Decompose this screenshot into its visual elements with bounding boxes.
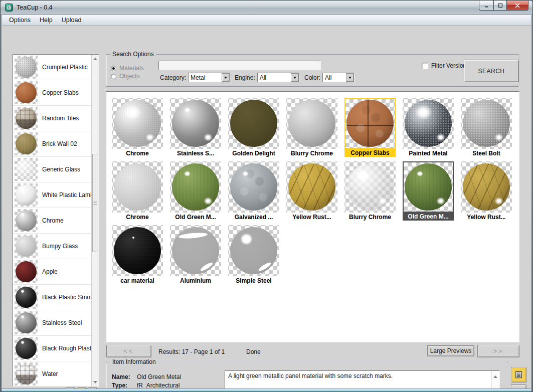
material-label: Chrome: [126, 213, 148, 221]
sidebar-material-item[interactable]: Crumpled Plastic: [13, 55, 92, 80]
category-dropdown[interactable]: Metal: [188, 73, 230, 82]
close-button[interactable]: [507, 1, 528, 11]
material-thumbnail: [15, 235, 38, 258]
filter-group: Color: All: [304, 73, 354, 82]
dropdown-value: Metal: [189, 73, 222, 82]
material-result-item[interactable]: Blurry Chrome: [283, 98, 341, 161]
material-thumbnail: [403, 161, 454, 213]
chevron-down-icon: [224, 77, 227, 80]
sidebar-material-item[interactable]: Black Rough Plastic: [13, 336, 92, 361]
filter-label: Color:: [304, 74, 320, 81]
document-text-icon[interactable]: [511, 367, 526, 382]
previous-page-button[interactable]: <<: [106, 345, 151, 357]
material-result-item[interactable]: Old Green M...: [399, 161, 457, 225]
sidebar-material-item[interactable]: Bumpy Glass: [13, 234, 92, 259]
sidebar-material-item[interactable]: Generic Glass: [13, 157, 92, 182]
material-thumbnail: [286, 98, 337, 149]
separator: [106, 359, 519, 360]
material-result-item[interactable]: Chrome: [108, 161, 166, 225]
sidebar-material-item[interactable]: Copper Slabs: [13, 80, 92, 106]
material-label: Old Green M...: [403, 213, 454, 221]
material-label: Blurry Chrome: [349, 213, 391, 221]
client-area: Crumpled Plastic Copper Slabs Random Til…: [2, 26, 531, 388]
material-result-item[interactable]: Yellow Rust...: [457, 161, 515, 225]
sidebar-material-item[interactable]: White Plastic Lami...: [13, 182, 92, 208]
menu-item-help[interactable]: Help: [35, 16, 57, 25]
material-result-item[interactable]: Yellow Rust...: [283, 161, 341, 225]
scroll-up-arrow-icon[interactable]: [492, 372, 499, 379]
material-result-item[interactable]: Stainless S...: [166, 98, 225, 161]
material-thumbnail: [112, 98, 163, 149]
scroll-up-arrow-icon[interactable]: [92, 55, 99, 62]
material-result-item[interactable]: Golden Delight: [225, 98, 283, 161]
material-thumbnail: [15, 183, 38, 207]
item-information-legend: Item Information: [110, 358, 158, 366]
color-dropdown[interactable]: All: [322, 73, 354, 82]
material-label: Crumpled Plastic: [42, 64, 88, 71]
material-result-item[interactable]: Blurry Chrome: [341, 161, 399, 225]
material-label: Yellow Rust...: [292, 213, 331, 221]
engine-dropdown[interactable]: All: [257, 73, 299, 82]
material-label: Simple Steel: [236, 277, 271, 285]
material-label: Random Tiles: [42, 115, 79, 122]
dropdown-button[interactable]: [346, 73, 354, 82]
search-input[interactable]: [158, 61, 321, 70]
dropdown-value: All: [323, 73, 346, 82]
material-thumbnail: [344, 161, 396, 213]
material-thumbnail: [170, 225, 221, 276]
sidebar-material-item[interactable]: Black Plastic Smo...: [13, 285, 92, 310]
material-label: Copper Slabs: [42, 89, 79, 96]
menubar: OptionsHelpUpload: [2, 15, 531, 26]
sidebar-material-item[interactable]: Apple: [13, 259, 92, 285]
scroll-down-arrow-icon[interactable]: [92, 379, 99, 386]
material-label: car material: [120, 277, 154, 285]
material-result-item[interactable]: Steel Bolt: [457, 98, 515, 161]
material-result-item[interactable]: Painted Metal: [399, 98, 457, 161]
minimize-button[interactable]: [479, 1, 493, 11]
sidebar-material-item[interactable]: Water: [13, 361, 92, 386]
filter-version-checkbox[interactable]: [422, 63, 428, 69]
dropdown-button[interactable]: [291, 73, 299, 82]
material-thumbnail: [15, 311, 38, 334]
material-label: Stainless Steel: [42, 319, 82, 326]
material-result-item[interactable]: Simple Steel: [225, 225, 283, 289]
sidebar-material-item[interactable]: Random Tiles: [13, 106, 92, 131]
info-field-label: Name:: [112, 373, 137, 382]
material-result-item[interactable]: Old Green M...: [166, 161, 225, 225]
filter-label: Engine:: [235, 74, 255, 81]
sidebar-material-item[interactable]: Chrome: [13, 208, 92, 234]
maximize-button[interactable]: [493, 1, 507, 11]
material-thumbnail: [15, 209, 38, 232]
materials-grid: Chrome Stainless S... Golden Delight Blu…: [108, 98, 515, 289]
sidebar-material-item[interactable]: Stainless Steel: [13, 310, 92, 336]
filter-version-option[interactable]: Filter Version: [422, 62, 466, 69]
sidebar-material-item[interactable]: Brick Wall 02: [13, 131, 92, 157]
radio-label: Materials: [119, 65, 144, 72]
material-thumbnail: [461, 98, 512, 149]
material-result-item[interactable]: car material: [108, 225, 166, 289]
material-result-item[interactable]: Galvanized ...: [225, 161, 283, 225]
large-previews-button[interactable]: Large Previews: [427, 345, 474, 356]
top-materials-list: Crumpled Plastic Copper Slabs Random Til…: [13, 54, 99, 386]
radio-icon: [111, 66, 116, 71]
filter-label: Category:: [160, 74, 186, 81]
material-label: Steel Bolt: [472, 149, 500, 157]
window-bottom-frame: [2, 388, 531, 391]
info-field-value: Old Green Metal: [137, 373, 181, 382]
menu-item-options[interactable]: Options: [5, 16, 35, 25]
menu-item-upload[interactable]: Upload: [57, 16, 86, 25]
material-thumbnail: [15, 81, 38, 104]
material-label: Generic Glass: [42, 166, 80, 173]
scrollbar-thumb[interactable]: [92, 154, 98, 252]
results-status: Results: 17 - Page 1 of 1: [158, 348, 225, 355]
search-button[interactable]: SEARCH: [464, 60, 519, 82]
next-page-button[interactable]: >>: [477, 345, 519, 357]
radio-option-materials[interactable]: Materials: [111, 64, 144, 72]
dropdown-button[interactable]: [222, 73, 230, 82]
material-label: Old Green M...: [175, 213, 216, 221]
sidebar-scrollbar[interactable]: [91, 55, 99, 386]
material-thumbnail: [112, 225, 163, 276]
material-result-item[interactable]: Aluminium: [166, 225, 225, 289]
material-result-item[interactable]: Copper Slabs: [341, 98, 399, 161]
material-result-item[interactable]: Chrome: [108, 98, 166, 161]
